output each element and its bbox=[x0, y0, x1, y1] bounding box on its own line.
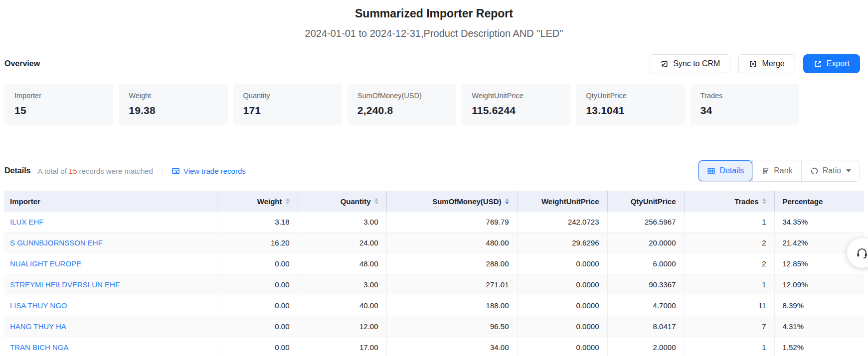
overview-stats: Importer 15 Weight 19.38 Quantity 171 Su… bbox=[4, 84, 799, 125]
window-arrow-icon bbox=[172, 167, 180, 175]
cell-percentage: 8.39% bbox=[774, 295, 864, 316]
cell-weight: 0.00 bbox=[217, 295, 298, 316]
cell-qtyunitprice: 2.0000 bbox=[607, 337, 684, 356]
tab-details[interactable]: Details bbox=[698, 160, 752, 181]
stat-card-importer: Importer 15 bbox=[4, 84, 113, 125]
cell-sumofmoney: 34.00 bbox=[386, 337, 517, 356]
stat-label: Importer bbox=[14, 92, 103, 100]
cell-qtyunitprice: 256.5967 bbox=[607, 212, 684, 233]
stat-label: SumOfMoney(USD) bbox=[357, 92, 446, 100]
stat-label: QtyUnitPrice bbox=[586, 92, 675, 100]
column-header-percentage: Percentage bbox=[774, 191, 864, 212]
column-header-weight[interactable]: Weight bbox=[217, 191, 298, 212]
merge-icon bbox=[749, 60, 757, 68]
records-summary: A total of15records were matched bbox=[37, 167, 153, 175]
overview-actions: Sync to CRM Merge Export bbox=[650, 54, 860, 73]
sync-to-crm-label: Sync to CRM bbox=[673, 59, 720, 68]
column-header-quantity[interactable]: Quantity bbox=[298, 191, 386, 212]
cell-qtyunitprice: 6.0000 bbox=[607, 253, 684, 274]
grid-table-icon bbox=[707, 167, 715, 175]
table-row: TRAN BICH NGA 0.00 17.00 34.00 0.0000 2.… bbox=[4, 337, 864, 356]
importer-link[interactable]: TRAN BICH NGA bbox=[10, 343, 69, 352]
sort-icon[interactable] bbox=[374, 198, 378, 204]
cell-qtyunitprice: 8.0417 bbox=[607, 316, 684, 337]
column-header-qtyunitprice: QtyUnitPrice bbox=[607, 191, 684, 212]
external-link-icon bbox=[814, 60, 822, 68]
table-row: ILUX EHF 3.18 3.00 769.79 242.0723 256.5… bbox=[4, 212, 864, 233]
view-trade-records-link[interactable]: View trade records bbox=[172, 167, 246, 175]
cell-trades: 2 bbox=[684, 233, 774, 253]
cell-percentage: 4.31% bbox=[774, 316, 864, 337]
merge-button[interactable]: Merge bbox=[738, 54, 795, 73]
tab-ratio[interactable]: Ratio bbox=[801, 160, 860, 181]
importer-link[interactable]: NUALIGHT EUROPE bbox=[10, 259, 81, 268]
cell-quantity: 40.00 bbox=[298, 295, 386, 316]
cell-sumofmoney: 96.50 bbox=[386, 316, 517, 337]
cell-weight: 0.00 bbox=[217, 274, 298, 295]
export-button[interactable]: Export bbox=[803, 54, 860, 73]
sort-icon[interactable] bbox=[286, 198, 290, 204]
cell-weight: 0.00 bbox=[217, 337, 298, 356]
cell-quantity: 48.00 bbox=[298, 253, 386, 274]
cell-qtyunitprice: 4.7000 bbox=[607, 295, 684, 316]
summary-suffix: records were matched bbox=[79, 167, 153, 175]
tab-rank-label: Rank bbox=[774, 166, 792, 175]
table-header-row: Importer Weight Quantity SumOfMoney(USD)… bbox=[4, 191, 864, 212]
stat-value: 19.38 bbox=[129, 105, 217, 117]
cell-quantity: 17.00 bbox=[298, 337, 386, 356]
stat-value: 171 bbox=[243, 105, 332, 117]
cell-sumofmoney: 271.01 bbox=[386, 274, 517, 295]
details-heading: Details bbox=[4, 166, 30, 175]
sync-to-crm-button[interactable]: Sync to CRM bbox=[650, 54, 730, 73]
tab-rank[interactable]: Rank bbox=[752, 160, 801, 181]
column-header-weightunitprice: WeightUnitPrice bbox=[517, 191, 607, 212]
stat-value: 15 bbox=[14, 105, 103, 117]
importer-link[interactable]: S GUNNBJORNSSON EHF bbox=[10, 238, 103, 247]
cell-trades: 7 bbox=[684, 316, 774, 337]
sort-icon-active-desc[interactable] bbox=[505, 198, 509, 204]
stat-label: Quantity bbox=[243, 92, 332, 100]
stat-card-quantity: Quantity 171 bbox=[233, 84, 342, 125]
cell-percentage: 34.35% bbox=[774, 212, 864, 233]
cell-percentage: 12.09% bbox=[774, 274, 864, 295]
cell-qtyunitprice: 90.3367 bbox=[607, 274, 684, 295]
stat-card-sumofmoney: SumOfMoney(USD) 2,240.8 bbox=[347, 84, 456, 125]
cell-sumofmoney: 480.00 bbox=[386, 233, 517, 253]
column-header-importer: Importer bbox=[4, 191, 217, 212]
stat-label: WeightUnitPrice bbox=[472, 92, 560, 100]
stat-value: 13.1041 bbox=[586, 105, 675, 117]
cell-weight: 0.00 bbox=[217, 253, 298, 274]
overview-heading: Overview bbox=[4, 59, 40, 68]
merge-label: Merge bbox=[762, 59, 784, 68]
view-trade-records-label: View trade records bbox=[183, 167, 246, 175]
cell-sumofmoney: 288.00 bbox=[386, 253, 517, 274]
importer-link[interactable]: ILUX EHF bbox=[10, 218, 44, 226]
cell-weightunitprice: 0.0000 bbox=[517, 253, 607, 274]
cell-weight: 16.20 bbox=[217, 233, 298, 253]
importer-link[interactable]: STREYMI HEILDVERSLUN EHF bbox=[10, 280, 120, 289]
records-count: 15 bbox=[67, 167, 79, 175]
cell-weightunitprice: 0.0000 bbox=[517, 295, 607, 316]
importer-link[interactable]: LISA THUY NGO bbox=[10, 301, 67, 310]
importer-link[interactable]: HANG THUY HA bbox=[10, 322, 66, 331]
table-row: NUALIGHT EUROPE 0.00 48.00 288.00 0.0000… bbox=[4, 253, 864, 274]
stat-value: 115.6244 bbox=[472, 105, 560, 117]
tab-ratio-label: Ratio bbox=[823, 166, 841, 175]
cell-quantity: 3.00 bbox=[298, 274, 386, 295]
chevron-down-icon bbox=[846, 169, 851, 172]
cell-trades: 1 bbox=[684, 337, 774, 356]
sort-icon[interactable] bbox=[762, 198, 766, 204]
cell-sumofmoney: 769.79 bbox=[386, 212, 517, 233]
stat-card-trades: Trades 34 bbox=[691, 84, 799, 125]
cell-trades: 1 bbox=[684, 212, 774, 233]
column-header-trades[interactable]: Trades bbox=[684, 191, 774, 212]
importer-table: Importer Weight Quantity SumOfMoney(USD)… bbox=[4, 191, 864, 356]
stat-card-weight: Weight 19.38 bbox=[119, 84, 227, 125]
cell-weightunitprice: 0.0000 bbox=[517, 274, 607, 295]
table-row: HANG THUY HA 0.00 12.00 96.50 0.0000 8.0… bbox=[4, 316, 864, 337]
cell-weight: 0.00 bbox=[217, 316, 298, 337]
details-left: Details A total of15records were matched… bbox=[4, 166, 246, 175]
cell-trades: 1 bbox=[684, 274, 774, 295]
column-header-sumofmoney[interactable]: SumOfMoney(USD) bbox=[386, 191, 517, 212]
cell-trades: 11 bbox=[684, 295, 774, 316]
